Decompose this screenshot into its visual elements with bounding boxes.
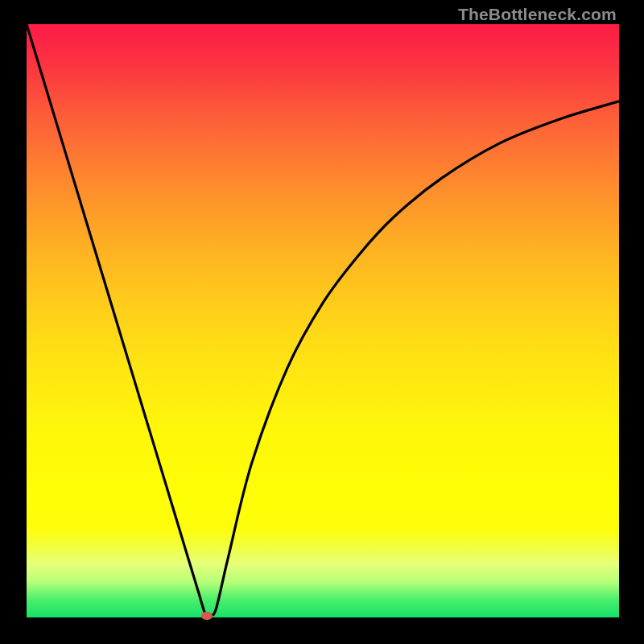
chart-frame: TheBottleneck.com: [0, 0, 644, 644]
optimal-point-marker: [201, 612, 213, 620]
bottleneck-curve: [27, 24, 619, 617]
watermark-text: TheBottleneck.com: [458, 5, 617, 24]
